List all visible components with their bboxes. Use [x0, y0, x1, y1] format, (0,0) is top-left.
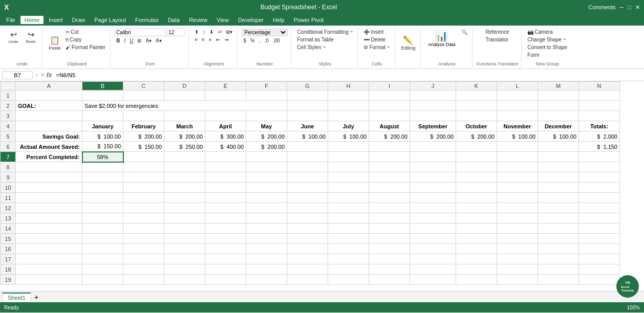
- cell-b2[interactable]: Save $2,000 for emergencies: [82, 101, 287, 111]
- align-left-button[interactable]: ≡: [193, 36, 199, 43]
- cell-f7[interactable]: [246, 152, 287, 162]
- cell-n7[interactable]: [579, 152, 620, 162]
- cell-n6[interactable]: $ 1,150: [579, 142, 620, 152]
- cell-e4[interactable]: April: [205, 121, 246, 131]
- convert-to-shape-button[interactable]: Convert to Shape: [526, 44, 569, 51]
- cell-h2[interactable]: [328, 101, 369, 111]
- cell-styles-button[interactable]: Cell Styles ~: [295, 44, 327, 51]
- cell-k1[interactable]: [456, 91, 497, 101]
- cell-j6[interactable]: [410, 142, 456, 152]
- col-header-d[interactable]: D: [164, 82, 205, 91]
- cell-l3[interactable]: [497, 111, 538, 121]
- cell-i2[interactable]: [369, 101, 410, 111]
- cell-a3[interactable]: [16, 111, 82, 121]
- cell-j4[interactable]: September: [410, 121, 456, 131]
- col-header-k[interactable]: K: [456, 82, 497, 91]
- cell-a2[interactable]: GOAL:: [16, 101, 82, 111]
- border-button[interactable]: ⊞: [136, 37, 143, 44]
- add-sheet-button[interactable]: +: [34, 293, 38, 301]
- menu-page-layout[interactable]: Page Layout: [90, 16, 130, 24]
- cell-i1[interactable]: [369, 91, 410, 101]
- menu-data[interactable]: Data: [164, 16, 184, 24]
- merge-button[interactable]: ⊞▾: [224, 29, 234, 35]
- menu-review[interactable]: Review: [185, 16, 211, 24]
- cell-m1[interactable]: [538, 91, 579, 101]
- comments-button[interactable]: Comments: [588, 4, 615, 10]
- cell-f6[interactable]: $ 200.00: [246, 142, 287, 152]
- cell-j5[interactable]: $ 200.00: [410, 131, 456, 142]
- cell-l2[interactable]: [497, 101, 538, 111]
- cell-m5[interactable]: $ 100.00: [538, 131, 579, 142]
- cell-g3[interactable]: [287, 111, 328, 121]
- cell-n1[interactable]: [579, 91, 620, 101]
- cell-k4[interactable]: October: [456, 121, 497, 131]
- cell-e7[interactable]: [205, 152, 246, 162]
- align-center-button[interactable]: ≡: [200, 36, 206, 43]
- menu-insert[interactable]: Insert: [45, 16, 67, 24]
- cell-d6[interactable]: $ 250.00: [164, 142, 205, 152]
- accounting-button[interactable]: $: [242, 37, 248, 44]
- editing-button[interactable]: ✏️ Editing: [399, 29, 418, 57]
- cell-h1[interactable]: [328, 91, 369, 101]
- cell-k3[interactable]: [456, 111, 497, 121]
- cell-a5[interactable]: Savings Goal:: [16, 131, 82, 142]
- menu-draw[interactable]: Draw: [68, 16, 90, 24]
- cell-k6[interactable]: [456, 142, 497, 152]
- cell-m2[interactable]: [538, 101, 579, 111]
- cell-d1[interactable]: [164, 91, 205, 101]
- formula-input[interactable]: [54, 72, 642, 79]
- number-format-select[interactable]: Percentage: [242, 29, 288, 36]
- cell-f4[interactable]: May: [246, 121, 287, 131]
- cell-c6[interactable]: $ 150.00: [123, 142, 164, 152]
- cell-c3[interactable]: [123, 111, 164, 121]
- col-header-g[interactable]: G: [287, 82, 328, 91]
- cell-j3[interactable]: [410, 111, 456, 121]
- minimize-button[interactable]: ─: [620, 4, 624, 10]
- cell-k2[interactable]: [456, 101, 497, 111]
- conditional-formatting-button[interactable]: Conditional Formatting ~: [295, 29, 354, 35]
- cell-c1[interactable]: [123, 91, 164, 101]
- cell-h7[interactable]: [328, 152, 369, 162]
- align-top-button[interactable]: ⬆: [193, 29, 200, 35]
- col-header-n[interactable]: N: [579, 82, 620, 91]
- cell-j2[interactable]: [410, 101, 456, 111]
- italic-button[interactable]: I: [122, 37, 127, 44]
- cell-h3[interactable]: [328, 111, 369, 121]
- analyze-data-button[interactable]: 📊 Analyze Data: [425, 29, 459, 48]
- cell-n3[interactable]: [579, 111, 620, 121]
- col-header-e[interactable]: E: [205, 82, 246, 91]
- menu-help[interactable]: Help: [269, 16, 289, 24]
- menu-power-pivot[interactable]: Power Pivot: [290, 16, 328, 24]
- undo-button[interactable]: ↩ Undo: [5, 29, 22, 45]
- cell-j7[interactable]: [410, 152, 456, 162]
- cell-i3[interactable]: [369, 111, 410, 121]
- cell-i4[interactable]: August: [369, 121, 410, 131]
- cell-d4[interactable]: March: [164, 121, 205, 131]
- col-header-a[interactable]: A: [16, 82, 82, 91]
- cell-a1[interactable]: [16, 91, 82, 101]
- cell-g1[interactable]: [287, 91, 328, 101]
- font-size-input[interactable]: [167, 29, 185, 36]
- increase-indent-button[interactable]: ⇥: [223, 36, 230, 43]
- cell-h5[interactable]: $ 100.00: [328, 131, 369, 142]
- cell-b6[interactable]: $ 150.00: [82, 142, 123, 152]
- search-button[interactable]: 🔍: [460, 29, 469, 35]
- cell-l1[interactable]: [497, 91, 538, 101]
- decrease-indent-button[interactable]: ⇤: [214, 36, 222, 43]
- cell-j1[interactable]: [410, 91, 456, 101]
- cell-d5[interactable]: $ 200.00: [164, 131, 205, 142]
- cell-i6[interactable]: [369, 142, 410, 152]
- col-header-h[interactable]: H: [328, 82, 369, 91]
- menu-view[interactable]: View: [212, 16, 233, 24]
- cell-n2[interactable]: [579, 101, 620, 111]
- sheet-area[interactable]: A B C D E F G H I J K L M N: [0, 81, 644, 291]
- cell-k7[interactable]: [456, 152, 497, 162]
- cell-b1[interactable]: [82, 91, 123, 101]
- cell-b5[interactable]: $ 100.00: [82, 131, 123, 142]
- cell-m6[interactable]: [538, 142, 579, 152]
- underline-button[interactable]: U: [128, 37, 135, 44]
- cell-reference-input[interactable]: [2, 71, 33, 79]
- cell-e1[interactable]: [205, 91, 246, 101]
- paste-button[interactable]: 📋 Paste: [47, 29, 63, 57]
- cell-g5[interactable]: $ 100.00: [287, 131, 328, 142]
